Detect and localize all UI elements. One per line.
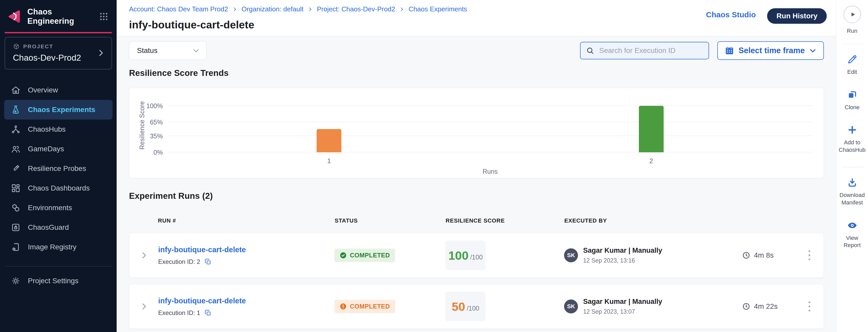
- status-badge-warning: COMPLETED: [334, 300, 395, 313]
- run-name-cell: infy-boutique-cart-delete Execution ID: …: [158, 297, 334, 316]
- gridline: [168, 122, 812, 122]
- gridline: [168, 135, 812, 136]
- project-label: PROJECT: [23, 43, 54, 50]
- view-report-action[interactable]: View Report: [837, 220, 867, 249]
- sidebar-item-label: Chaos Dashboards: [28, 184, 90, 192]
- alert-circle-icon: [340, 303, 347, 310]
- check-circle-icon: [340, 252, 347, 259]
- chevron-right-icon: [308, 7, 313, 12]
- run-row-execution-1: infy-boutique-cart-delete Execution ID: …: [129, 284, 824, 329]
- play-icon: [848, 10, 857, 19]
- add-to-chaoshub-action[interactable]: Add to ChaosHub: [837, 124, 867, 154]
- dashboard-grid-icon: [11, 183, 21, 193]
- sidebar-item-resilience-probes[interactable]: Resilience Probes: [0, 159, 117, 178]
- chart-y-axis-label: Resilience Score: [138, 101, 146, 149]
- copy-icon[interactable]: [204, 258, 212, 265]
- sidebar-item-chaos-dashboards[interactable]: Chaos Dashboards: [0, 178, 117, 198]
- run-button[interactable]: [843, 6, 861, 23]
- column-resilience-score: RESILIENCE SCORE: [445, 217, 564, 224]
- clone-action[interactable]: Clone: [837, 89, 867, 111]
- resilience-score-value: 100: [448, 248, 468, 263]
- resilience-score-chart: Resilience Score 0% 35% 65% 100% 1 2: [129, 88, 824, 178]
- sidebar-item-label: Image Registry: [28, 243, 76, 251]
- bar-run-2[interactable]: [639, 106, 664, 152]
- duration-value: 4m 8s: [754, 251, 774, 260]
- sidebar-item-chaosguard[interactable]: ChaosGuard: [0, 218, 117, 237]
- avatar: SK: [564, 248, 578, 262]
- breadcrumb: Account: Chaos Dev Team Prod2 Organizati…: [129, 5, 706, 13]
- executed-at: 12 Sep 2023, 13:16: [583, 257, 662, 264]
- executed-by-name: Sagar Kumar | Manually: [583, 246, 662, 254]
- copy-icon[interactable]: [204, 309, 212, 316]
- sidebar-item-gamedays[interactable]: GameDays: [0, 139, 117, 159]
- breadcrumb-project[interactable]: Project: Chaos-Dev-Prod2: [317, 5, 395, 13]
- rail-action-label: View Report: [837, 234, 867, 249]
- status-filter-dropdown[interactable]: Status: [129, 41, 207, 60]
- sidebar-item-project-settings[interactable]: Project Settings: [0, 271, 117, 291]
- registry-doc-icon: [11, 242, 21, 252]
- expand-chevron-icon[interactable]: [140, 251, 148, 260]
- right-action-rail: Edit Clone Add to ChaosHub: [836, 36, 868, 332]
- time-frame-label: Select time frame: [739, 46, 805, 55]
- run-history-button[interactable]: Run History: [767, 8, 827, 24]
- chevron-right-icon: [96, 49, 105, 57]
- download-manifest-action[interactable]: Download Manifest: [837, 177, 867, 206]
- run-name-link[interactable]: infy-boutique-cart-delete: [158, 245, 334, 254]
- duration-cell: 4m 8s: [742, 251, 799, 260]
- project-selector[interactable]: PROJECT Chaos-Dev-Prod2: [5, 37, 112, 69]
- resilience-trends-title: Resilience Score Trends: [129, 68, 824, 78]
- executed-by-cell: SK Sagar Kumar | Manually 12 Sep 2023, 1…: [564, 298, 742, 315]
- rail-action-label: Add to ChaosHub: [837, 139, 867, 154]
- lock-square-icon: [11, 222, 21, 232]
- sidebar-item-label: Project Settings: [28, 277, 79, 285]
- run-name-link[interactable]: infy-boutique-cart-delete: [158, 297, 334, 305]
- left-sidebar: Chaos Engineering PROJECT Chaos-Dev-Prod…: [0, 0, 117, 332]
- chaos-studio-link[interactable]: Chaos Studio: [706, 8, 756, 19]
- product-header: Chaos Engineering: [0, 0, 117, 26]
- rail-action-label: Clone: [837, 104, 867, 111]
- expand-chevron-icon[interactable]: [140, 302, 148, 311]
- rail-divider: [841, 44, 863, 44]
- row-menu-kebab-icon[interactable]: [806, 248, 813, 262]
- apps-grid-icon[interactable]: [98, 11, 110, 22]
- sidebar-item-label: Resilience Probes: [28, 164, 86, 173]
- sidebar-item-chaos-experiments[interactable]: Chaos Experiments: [4, 100, 113, 120]
- sidebar-item-environments[interactable]: Environments: [0, 198, 117, 218]
- execution-search: [580, 42, 709, 59]
- page-header: Account: Chaos Dev Team Prod2 Organizati…: [117, 0, 836, 36]
- resilience-score-value: 50: [452, 299, 465, 314]
- status-cell: COMPLETED: [334, 249, 445, 262]
- hub-network-icon: [11, 124, 21, 134]
- sidebar-item-chaoshubs[interactable]: ChaosHubs: [0, 120, 117, 139]
- chevron-right-icon: [399, 7, 404, 12]
- test-tube-icon: [11, 164, 21, 174]
- cube-icon: [13, 43, 20, 50]
- flask-icon: [11, 105, 21, 115]
- run-row-execution-2: infy-boutique-cart-delete Execution ID: …: [129, 233, 824, 278]
- avatar: SK: [564, 299, 578, 313]
- bar-run-1[interactable]: [317, 129, 341, 152]
- row-menu-kebab-icon[interactable]: [806, 299, 813, 313]
- status-filter-label: Status: [137, 47, 192, 55]
- select-time-frame-button[interactable]: Select time frame: [717, 41, 824, 60]
- score-cell: 100 /100: [445, 241, 564, 270]
- column-executed-by: EXECUTED BY: [564, 217, 742, 224]
- search-icon: [586, 46, 594, 55]
- run-button-label: Run: [837, 27, 867, 35]
- sidebar-item-label: Chaos Experiments: [28, 105, 95, 114]
- rail-action-label: Download Manifest: [837, 191, 867, 206]
- sidebar-item-overview[interactable]: Overview: [0, 80, 117, 100]
- resilience-score-max: /100: [470, 253, 483, 261]
- column-run: RUN #: [158, 217, 335, 224]
- breadcrumb-chaos-experiments[interactable]: Chaos Experiments: [408, 5, 467, 13]
- search-input[interactable]: [599, 47, 703, 55]
- plus-icon: [847, 124, 858, 135]
- score-cell: 50 /100: [445, 292, 564, 321]
- edit-action[interactable]: Edit: [837, 54, 867, 76]
- sidebar-item-image-registry[interactable]: Image Registry: [0, 237, 117, 257]
- hexagons-icon: [11, 203, 21, 213]
- breadcrumb-account[interactable]: Account: Chaos Dev Team Prod2: [129, 5, 228, 13]
- gear-icon: [11, 276, 21, 286]
- status-cell: COMPLETED: [334, 300, 445, 313]
- breadcrumb-organization[interactable]: Organization: default: [242, 5, 304, 13]
